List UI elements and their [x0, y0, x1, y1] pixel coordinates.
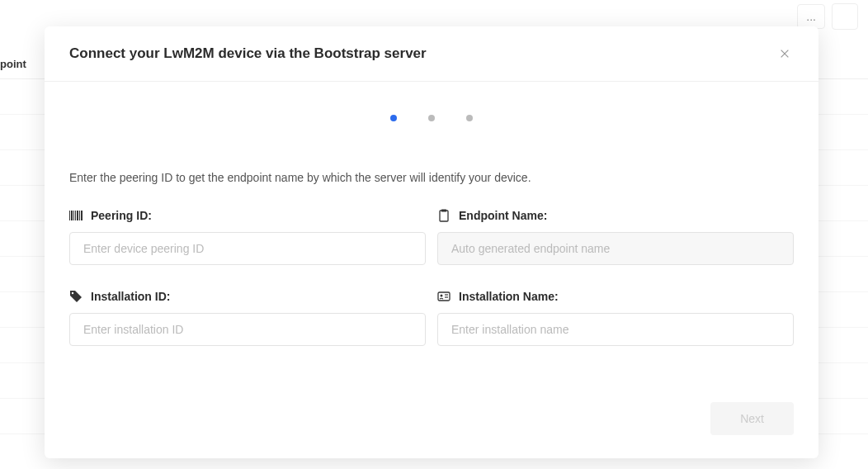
modal-title: Connect your LwM2M device via the Bootst… [69, 45, 427, 62]
endpoint-name-label: Endpoint Name: [437, 209, 794, 222]
peering-id-label: Peering ID: [69, 209, 426, 222]
svg-point-11 [72, 292, 73, 294]
installation-name-input[interactable] [437, 313, 794, 346]
installation-id-label-text: Installation ID: [91, 290, 170, 303]
tag-icon [69, 290, 83, 303]
installation-name-label-text: Installation Name: [459, 290, 559, 303]
step-dot-3[interactable] [466, 115, 473, 121]
svg-rect-12 [438, 292, 450, 301]
endpoint-name-label-text: Endpoint Name: [459, 209, 547, 222]
modal-header: Connect your LwM2M device via the Bootst… [45, 26, 818, 82]
peering-id-input[interactable] [69, 232, 426, 265]
svg-rect-3 [71, 211, 73, 220]
svg-rect-4 [73, 211, 74, 220]
next-button[interactable]: Next [710, 402, 794, 435]
column-header-endpoint: point [0, 58, 26, 70]
step-dot-2[interactable] [428, 115, 435, 121]
barcode-icon [69, 209, 83, 222]
step-dot-1[interactable] [390, 115, 397, 121]
id-card-icon [437, 290, 451, 303]
svg-rect-9 [440, 211, 448, 221]
installation-id-input[interactable] [69, 313, 426, 346]
bootstrap-modal: Connect your LwM2M device via the Bootst… [45, 26, 818, 458]
instruction-text: Enter the peering ID to get the endpoint… [69, 171, 794, 184]
clipboard-icon [437, 209, 451, 222]
installation-id-label: Installation ID: [69, 290, 426, 303]
more-options-button[interactable]: ... [797, 4, 825, 29]
close-icon [779, 48, 790, 59]
action-button[interactable] [832, 3, 858, 30]
svg-rect-2 [69, 211, 70, 220]
peering-id-label-text: Peering ID: [91, 209, 152, 222]
installation-name-label: Installation Name: [437, 290, 794, 303]
svg-rect-5 [75, 211, 76, 220]
close-button[interactable] [776, 45, 794, 63]
svg-rect-10 [441, 210, 446, 212]
svg-rect-6 [77, 211, 78, 220]
svg-rect-8 [81, 211, 83, 220]
step-indicators [69, 115, 794, 121]
svg-point-13 [441, 295, 443, 297]
svg-rect-7 [79, 211, 80, 220]
endpoint-name-input [437, 232, 794, 265]
